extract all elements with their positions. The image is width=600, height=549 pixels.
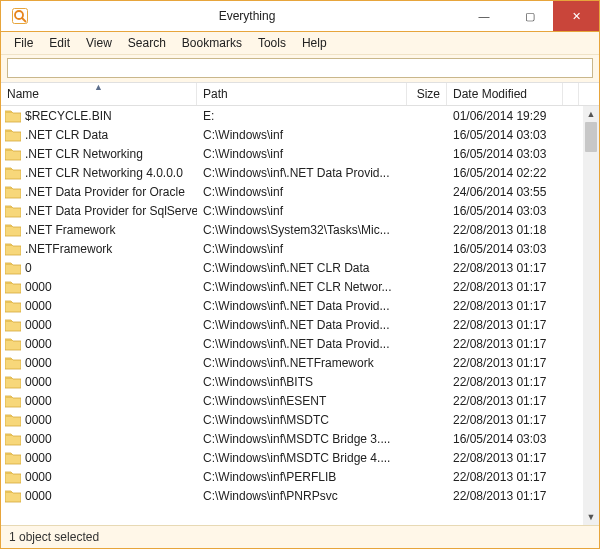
cell-path: C:\Windows\inf\.NET Data Provid... [197,299,407,313]
result-row[interactable]: $RECYCLE.BINE:01/06/2014 19:29 [1,106,583,125]
result-row[interactable]: .NET FrameworkC:\Windows\System32\Tasks\… [1,220,583,239]
app-window: Everything — ▢ ✕ File Edit View Search B… [0,0,600,549]
folder-icon [5,242,21,256]
cell-date: 01/06/2014 19:29 [447,109,563,123]
folder-icon [5,318,21,332]
cell-path: C:\Windows\inf\.NETFramework [197,356,407,370]
column-header-size[interactable]: Size [407,83,447,105]
cell-path: C:\Windows\inf [197,204,407,218]
cell-name: 0000 [1,337,197,351]
file-name: 0000 [25,356,52,370]
result-row[interactable]: 0000C:\Windows\inf\.NET Data Provid...22… [1,334,583,353]
cell-name: 0000 [1,489,197,503]
menu-bookmarks[interactable]: Bookmarks [175,34,249,52]
folder-icon [5,489,21,503]
folder-icon [5,280,21,294]
result-row[interactable]: 0000C:\Windows\inf\BITS22/08/2013 01:17 [1,372,583,391]
file-name: 0000 [25,375,52,389]
result-row[interactable]: 0000C:\Windows\inf\.NETFramework22/08/20… [1,353,583,372]
result-row[interactable]: 0000C:\Windows\inf\.NET CLR Networ...22/… [1,277,583,296]
column-header-name[interactable]: Name ▲ [1,83,197,105]
menu-view[interactable]: View [79,34,119,52]
menu-tools[interactable]: Tools [251,34,293,52]
menu-file[interactable]: File [7,34,40,52]
file-name: .NET CLR Data [25,128,108,142]
window-title: Everything [33,1,461,31]
minimize-button[interactable]: — [461,1,507,31]
results-list: Name ▲ Path Size Date Modified $RECYCLE.… [1,82,599,525]
result-row[interactable]: 0000C:\Windows\inf\PNRPsvc22/08/2013 01:… [1,486,583,505]
result-row[interactable]: .NET Data Provider for SqlServerC:\Windo… [1,201,583,220]
vertical-scrollbar[interactable]: ▲ ▼ [583,106,599,525]
everything-icon [1,1,33,31]
result-row[interactable]: 0000C:\Windows\inf\ESENT22/08/2013 01:17 [1,391,583,410]
column-header-path[interactable]: Path [197,83,407,105]
cell-date: 16/05/2014 03:03 [447,242,563,256]
result-row[interactable]: .NET CLR DataC:\Windows\inf16/05/2014 03… [1,125,583,144]
titlebar[interactable]: Everything — ▢ ✕ [1,1,599,32]
folder-icon [5,261,21,275]
result-row[interactable]: .NETFrameworkC:\Windows\inf16/05/2014 03… [1,239,583,258]
result-row[interactable]: 0000C:\Windows\inf\MSDTC22/08/2013 01:17 [1,410,583,429]
rows-area: $RECYCLE.BINE:01/06/2014 19:29.NET CLR D… [1,106,599,525]
search-area [1,55,599,82]
cell-name: 0000 [1,299,197,313]
cell-date: 22/08/2013 01:17 [447,451,563,465]
cell-name: 0000 [1,470,197,484]
cell-path: C:\Windows\inf [197,147,407,161]
result-row[interactable]: 0C:\Windows\inf\.NET CLR Data22/08/2013 … [1,258,583,277]
scroll-thumb[interactable] [585,122,597,152]
result-row[interactable]: .NET CLR Networking 4.0.0.0C:\Windows\in… [1,163,583,182]
scroll-track[interactable] [583,122,599,509]
column-header-row: Name ▲ Path Size Date Modified [1,82,599,106]
file-name: 0000 [25,451,52,465]
maximize-button[interactable]: ▢ [507,1,553,31]
cell-path: C:\Windows\inf [197,242,407,256]
cell-path: E: [197,109,407,123]
cell-path: C:\Windows\inf\MSDTC [197,413,407,427]
cell-date: 16/05/2014 03:03 [447,432,563,446]
scroll-down-icon[interactable]: ▼ [583,509,599,525]
result-row[interactable]: 0000C:\Windows\inf\.NET Data Provid...22… [1,296,583,315]
file-name: $RECYCLE.BIN [25,109,112,123]
cell-name: 0000 [1,318,197,332]
column-header-size-label: Size [417,87,440,101]
cell-name: 0 [1,261,197,275]
cell-date: 22/08/2013 01:17 [447,261,563,275]
close-button[interactable]: ✕ [553,1,599,31]
cell-path: C:\Windows\inf\BITS [197,375,407,389]
file-name: .NET CLR Networking 4.0.0.0 [25,166,183,180]
folder-icon [5,413,21,427]
scroll-up-icon[interactable]: ▲ [583,106,599,122]
folder-icon [5,470,21,484]
result-row[interactable]: 0000C:\Windows\inf\.NET Data Provid...22… [1,315,583,334]
menu-search[interactable]: Search [121,34,173,52]
cell-name: .NET Data Provider for Oracle [1,185,197,199]
result-row[interactable]: 0000C:\Windows\inf\MSDTC Bridge 4....22/… [1,448,583,467]
file-name: 0000 [25,318,52,332]
result-row[interactable]: 0000C:\Windows\inf\PERFLIB22/08/2013 01:… [1,467,583,486]
cell-date: 22/08/2013 01:17 [447,299,563,313]
menu-help[interactable]: Help [295,34,334,52]
folder-icon [5,337,21,351]
column-header-date[interactable]: Date Modified [447,83,563,105]
file-name: .NET CLR Networking [25,147,143,161]
search-input[interactable] [7,58,593,78]
cell-path: C:\Windows\inf\PERFLIB [197,470,407,484]
folder-icon [5,223,21,237]
cell-date: 22/08/2013 01:17 [447,470,563,484]
menu-edit[interactable]: Edit [42,34,77,52]
cell-path: C:\Windows\inf [197,128,407,142]
result-row[interactable]: 0000C:\Windows\inf\MSDTC Bridge 3....16/… [1,429,583,448]
cell-date: 22/08/2013 01:17 [447,318,563,332]
result-row[interactable]: .NET CLR NetworkingC:\Windows\inf16/05/2… [1,144,583,163]
cell-date: 22/08/2013 01:17 [447,489,563,503]
file-name: 0000 [25,413,52,427]
cell-path: C:\Windows\inf\.NET CLR Networ... [197,280,407,294]
file-name: 0000 [25,299,52,313]
result-row[interactable]: .NET Data Provider for OracleC:\Windows\… [1,182,583,201]
cell-path: C:\Windows\inf\ESENT [197,394,407,408]
folder-icon [5,299,21,313]
statusbar: 1 object selected [1,525,599,548]
cell-date: 22/08/2013 01:17 [447,337,563,351]
